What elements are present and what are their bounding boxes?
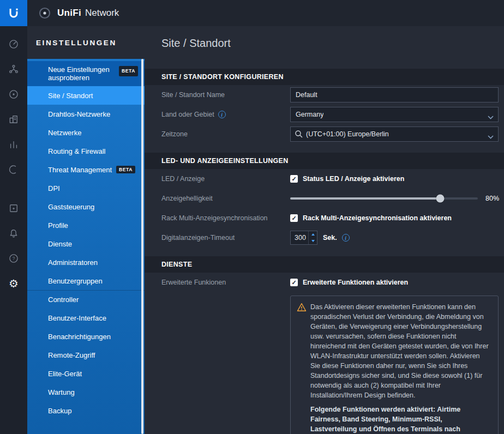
- timezone-select[interactable]: (UTC+01:00) Europe/Berlin: [290, 126, 499, 142]
- rack-sync-checkbox[interactable]: [290, 214, 298, 222]
- unifi-network-app: UniFi Network ?: [0, 0, 504, 434]
- warning-features-text: Folgende Funktionen werden aktiviert: Ai…: [310, 405, 490, 434]
- advanced-features-row: Erweiterte Funkionen Erweiterte Funktion…: [145, 273, 504, 292]
- brightness-value: 80%: [485, 195, 499, 202]
- sidebar-item-backup[interactable]: Backup: [27, 401, 145, 420]
- brightness-slider-handle[interactable]: [436, 195, 445, 203]
- sidebar-item-controller[interactable]: Controller: [27, 290, 145, 309]
- timeout-input[interactable]: 300: [290, 231, 317, 245]
- help-icon[interactable]: ?: [3, 246, 25, 271]
- info-icon[interactable]: [342, 234, 350, 242]
- sidebar-item-administratoren[interactable]: Administratoren: [27, 253, 145, 272]
- stepper-icon[interactable]: [308, 231, 317, 244]
- ubiquiti-u-icon: [7, 6, 21, 20]
- brightness-row: Anzeigehelligkeit 80%: [145, 189, 504, 208]
- settings-sidebar: EINSTELLUNGEN Neue Einstellungen ausprob…: [27, 26, 145, 434]
- devices-icon[interactable]: [3, 82, 25, 107]
- section-led-header: LED- UND ANZEIGEEINSTELLUNGEN: [145, 153, 504, 169]
- top-bar: UniFi Network: [0, 0, 504, 26]
- timezone-label: Zeitzone: [161, 130, 188, 138]
- sidebar-item-routing-firewall[interactable]: Routing & Firewall: [27, 142, 145, 160]
- dashboard-icon[interactable]: [3, 32, 25, 57]
- led-row: LED / Anzeige Status LED / Anzeige aktiv…: [145, 169, 504, 189]
- sidebar-scrollbar[interactable]: [141, 59, 143, 434]
- statistics-icon[interactable]: [3, 132, 25, 157]
- led-label: LED / Anzeige: [161, 175, 205, 183]
- svg-text:?: ?: [13, 256, 15, 261]
- sidebar-item-benutzer-interface[interactable]: Benutzer-Interface: [27, 309, 145, 327]
- chevron-down-icon: [488, 113, 494, 121]
- timeout-value: 300: [291, 231, 308, 244]
- site-name-label: Site / Standort Name: [161, 91, 225, 99]
- ubiquiti-logo[interactable]: [0, 0, 27, 26]
- alerts-bell-icon[interactable]: [3, 221, 25, 246]
- country-select[interactable]: Germany: [290, 107, 499, 122]
- timezone-select-value: (UTC+01:00) Europe/Berlin: [306, 130, 389, 138]
- sidebar-item-dpi[interactable]: DPI: [27, 179, 145, 197]
- sidebar-item-netzwerke[interactable]: Netzwerke: [27, 123, 145, 142]
- brightness-slider[interactable]: [290, 194, 478, 203]
- advanced-features-checkbox-label: Erweiterte Funktionen aktivieren: [303, 279, 408, 286]
- settings-gear-icon[interactable]: ⚙: [3, 271, 25, 296]
- warning-text: Das Aktivieren dieser erweiterten Funkti…: [310, 302, 490, 400]
- section-site-config-header: SITE / STANDORT KONFIGURIEREN: [145, 69, 504, 85]
- sidebar-item-profile[interactable]: Profile: [27, 216, 145, 234]
- sidebar-item-gaststeuerung[interactable]: Gaststeuerung: [27, 197, 145, 216]
- section-services-header: DIENSTE: [145, 256, 504, 273]
- left-icon-rail: ? ⚙: [0, 26, 27, 434]
- info-icon[interactable]: [218, 111, 226, 118]
- insights-icon[interactable]: [3, 157, 25, 182]
- country-select-value: Germany: [296, 111, 323, 118]
- warning-triangle-icon: [297, 303, 307, 315]
- sidebar-item-neue-einstellungen[interactable]: Neue Einstellungen ausprobieren BETA: [27, 61, 145, 86]
- timezone-row: Zeitzone (UTC+01:00) Europe/Berlin: [145, 124, 504, 144]
- site-name-row: Site / Standort Name: [145, 85, 504, 105]
- status-led-checkbox[interactable]: [290, 175, 298, 183]
- timeout-unit: Sek.: [323, 234, 337, 242]
- search-icon: [295, 130, 303, 140]
- sidebar-item-drahtlos-netzwerke[interactable]: Drahtlos-Netzwerke: [27, 105, 145, 123]
- site-badge-icon[interactable]: [38, 7, 51, 20]
- chevron-down-icon: [488, 133, 494, 141]
- settings-menu: Neue Einstellungen ausprobieren BETA Sit…: [27, 59, 145, 434]
- settings-title: EINSTELLUNGEN: [27, 26, 145, 59]
- brightness-label: Anzeigehelligkeit: [161, 195, 213, 202]
- rack-sync-checkbox-label: Rack Multi-Anzeigesynchronisation aktivi…: [303, 214, 452, 222]
- sidebar-item-elite-geraet[interactable]: Elite-Gerät: [27, 364, 145, 383]
- advanced-features-checkbox[interactable]: [290, 279, 298, 286]
- brand-unifi: UniFi: [57, 8, 81, 19]
- events-icon[interactable]: [3, 196, 25, 221]
- status-led-checkbox-label: Status LED / Anzeige aktivieren: [303, 175, 404, 183]
- brand-network: Network: [85, 8, 119, 19]
- beta-badge: BETA: [119, 66, 138, 76]
- country-row: Land oder Gebiet Germany: [145, 105, 504, 124]
- page-title: Site / Standort: [145, 26, 504, 60]
- sidebar-item-remote-zugriff[interactable]: Remote-Zugriff: [27, 346, 145, 364]
- sidebar-item-site-standort[interactable]: Site / Standort: [27, 86, 145, 105]
- warning-box: Das Aktivieren dieser erweiterten Funkti…: [290, 296, 499, 434]
- sidebar-item-benachrichtigungen[interactable]: Benachrichtigungen: [27, 327, 145, 346]
- sidebar-item-threat-management[interactable]: Threat Management BETA: [27, 160, 145, 179]
- timeout-row: Digitalanzeigen-Timeout 300 Sek.: [145, 228, 504, 248]
- brightness-slider-fill: [290, 197, 440, 200]
- beta-badge: BETA: [116, 166, 135, 173]
- rack-sync-row: Rack Multi-Anzeigesynchronisation Rack M…: [145, 208, 504, 228]
- topology-icon[interactable]: [3, 57, 25, 82]
- sidebar-item-wartung[interactable]: Wartung: [27, 383, 145, 401]
- country-label: Land oder Gebiet: [161, 111, 214, 118]
- sidebar-item-benutzergruppen[interactable]: Benutzergruppen: [27, 272, 145, 290]
- map-icon[interactable]: [3, 107, 25, 132]
- main-content: Site / Standort SITE / STANDORT KONFIGUR…: [145, 26, 504, 434]
- site-name-input[interactable]: [290, 87, 499, 103]
- rack-sync-label: Rack Multi-Anzeigesynchronisation: [161, 214, 268, 222]
- brand: UniFi Network: [38, 7, 119, 20]
- advanced-features-label: Erweiterte Funkionen: [161, 279, 226, 286]
- sidebar-item-dienste[interactable]: Dienste: [27, 234, 145, 253]
- timeout-label: Digitalanzeigen-Timeout: [161, 234, 235, 242]
- warning-row: Das Aktivieren dieser erweiterten Funkti…: [145, 296, 504, 434]
